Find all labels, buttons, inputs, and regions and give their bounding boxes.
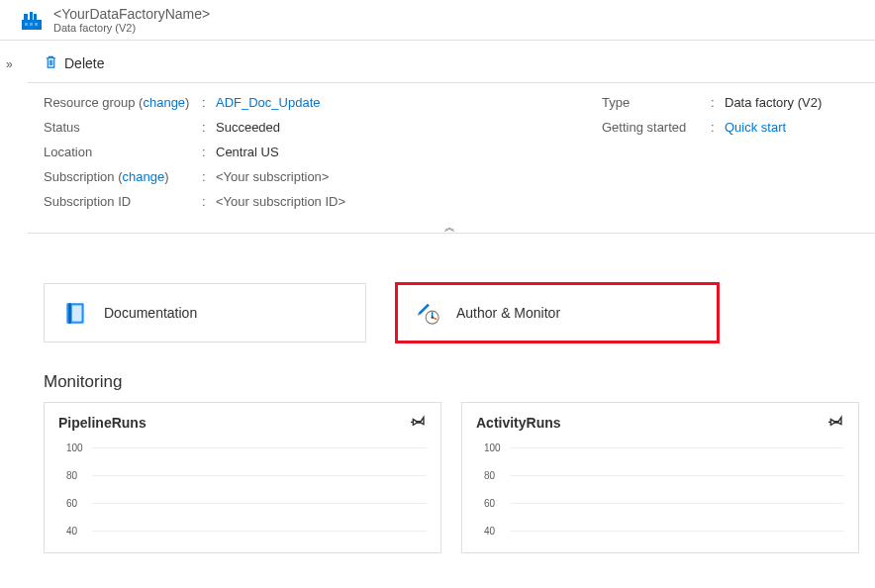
svg-rect-6 bbox=[35, 23, 38, 26]
change-resource-group-link[interactable]: change bbox=[143, 95, 185, 110]
charts-row: PipelineRuns 100 80 60 40 Activi bbox=[44, 402, 859, 553]
delete-button[interactable]: Delete bbox=[44, 50, 859, 82]
page-header: <YourDataFactoryName> Data factory (V2) bbox=[0, 0, 875, 40]
page-subtitle: Data factory (V2) bbox=[53, 22, 210, 34]
subscription-value: <Your subscription> bbox=[216, 169, 329, 184]
change-subscription-link[interactable]: change bbox=[122, 169, 164, 184]
svg-rect-9 bbox=[72, 305, 82, 321]
resource-group-value[interactable]: ADF_Doc_Update bbox=[216, 95, 321, 110]
svg-rect-4 bbox=[25, 23, 28, 26]
svg-rect-2 bbox=[30, 12, 33, 20]
svg-rect-3 bbox=[34, 14, 37, 20]
essentials-panel: Resource group (change) : ADF_Doc_Update… bbox=[44, 83, 859, 233]
pin-icon[interactable] bbox=[411, 413, 427, 432]
status-label: Status bbox=[44, 120, 202, 135]
quick-start-link[interactable]: Quick start bbox=[725, 120, 786, 135]
svg-rect-5 bbox=[30, 23, 33, 26]
subscription-label: Subscription (change) bbox=[44, 169, 202, 184]
svg-rect-1 bbox=[24, 14, 28, 20]
expand-chevron-icon[interactable]: » bbox=[6, 57, 11, 71]
getting-started-label: Getting started bbox=[602, 120, 711, 135]
location-value: Central US bbox=[216, 145, 279, 159]
pipeline-runs-chart-card: PipelineRuns 100 80 60 40 bbox=[44, 402, 441, 553]
collapse-chevron-icon[interactable]: ︽ bbox=[444, 220, 458, 235]
svg-point-11 bbox=[432, 317, 434, 319]
pipeline-runs-title: PipelineRuns bbox=[58, 415, 146, 431]
activity-runs-title: ActivityRuns bbox=[476, 415, 561, 431]
documentation-tile[interactable]: Documentation bbox=[44, 283, 366, 343]
delete-label: Delete bbox=[64, 55, 104, 71]
author-monitor-icon bbox=[415, 300, 440, 326]
pin-icon[interactable] bbox=[828, 413, 844, 432]
author-monitor-tile[interactable]: Author & Monitor bbox=[396, 283, 719, 343]
type-value: Data factory (V2) bbox=[725, 95, 822, 110]
documentation-icon bbox=[62, 300, 88, 326]
documentation-label: Documentation bbox=[104, 305, 197, 321]
activity-runs-chart-card: ActivityRuns 100 80 60 40 bbox=[461, 402, 859, 553]
trash-icon bbox=[44, 54, 58, 72]
status-value: Succeeded bbox=[216, 120, 280, 135]
location-label: Location bbox=[44, 145, 202, 159]
subscription-id-label: Subscription ID bbox=[44, 194, 202, 209]
type-label: Type bbox=[602, 95, 711, 110]
tiles-row: Documentation Author & Monitor bbox=[44, 234, 859, 372]
svg-rect-8 bbox=[69, 303, 71, 324]
monitoring-section-title: Monitoring bbox=[44, 372, 859, 392]
data-factory-icon bbox=[20, 8, 44, 32]
subscription-id-value: <Your subscription ID> bbox=[216, 194, 345, 209]
author-monitor-label: Author & Monitor bbox=[456, 305, 560, 321]
activity-runs-chart: 100 80 60 40 bbox=[476, 440, 844, 548]
pipeline-runs-chart: 100 80 60 40 bbox=[58, 440, 427, 548]
resource-group-label: Resource group (change) bbox=[44, 95, 202, 110]
page-title: <YourDataFactoryName> bbox=[53, 6, 210, 22]
